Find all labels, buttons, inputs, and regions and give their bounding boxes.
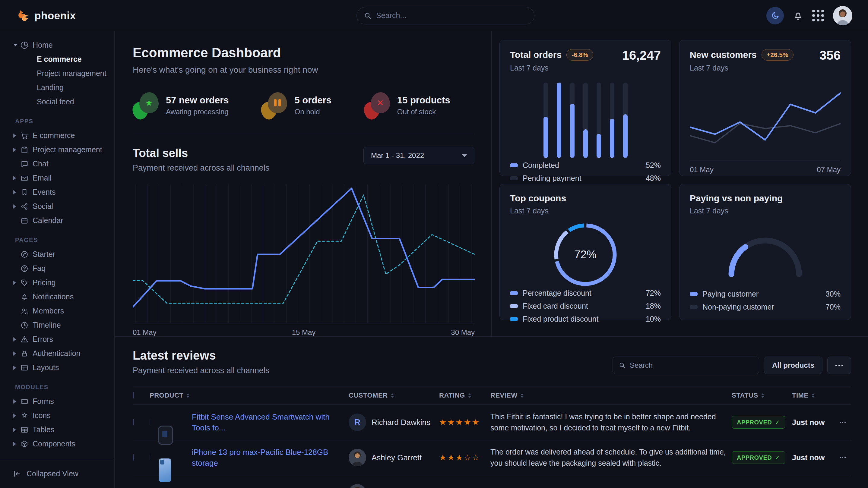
notifications-button[interactable] (793, 10, 803, 21)
sidebar-nav: HomeE commerceProject managementLandingS… (0, 38, 114, 459)
app-root: phoenix (0, 0, 868, 488)
sidebar-item-pricing[interactable]: Pricing (0, 275, 114, 290)
total-sells-title: Total sells (133, 147, 269, 160)
product-link[interactable]: iPhone 13 pro max-Pacific Blue-128GB sto… (192, 448, 328, 467)
sort-icon[interactable] (186, 393, 189, 398)
global-search[interactable] (356, 7, 534, 24)
sidebar-item-label: Pricing (33, 278, 56, 287)
dashboard-left-pane: Ecommerce Dashboard Here's what's going … (115, 31, 492, 336)
customer-avatar-photo (349, 449, 366, 466)
sidebar-item-events[interactable]: Events (0, 185, 114, 199)
status-badge: APPROVED ✓ (732, 416, 785, 429)
sidebar-item-tables[interactable]: Tables (0, 423, 114, 437)
sidebar-subitem-landing[interactable]: Landing (0, 80, 114, 95)
sidebar-subitem-project-management[interactable]: Project management (0, 66, 114, 80)
sidebar-item-calendar[interactable]: Calendar (0, 214, 114, 228)
product-image[interactable] (150, 455, 150, 460)
reviews-search[interactable] (613, 357, 759, 374)
sidebar-item-errors[interactable]: Errors (0, 332, 114, 346)
more-options-button[interactable] (827, 357, 851, 374)
clipboard-icon (21, 146, 28, 154)
sidebar-item-label: Icons (33, 411, 51, 420)
clock-icon (21, 321, 28, 329)
column-header-time[interactable]: TIME (792, 392, 834, 399)
stat-green: ★ 57 new orders Awating processing (133, 92, 228, 119)
share-icon (21, 202, 28, 210)
sidebar-subitem-social-feed[interactable]: Social feed (0, 95, 114, 109)
customer-name: Ashley Garrett (372, 453, 422, 462)
reviews-search-input[interactable] (630, 361, 753, 369)
question-icon (21, 265, 28, 272)
sidebar-item-notifications[interactable]: Notifications (0, 290, 114, 304)
product-link[interactable]: Fitbit Sense Advanced Smartwatch with To… (192, 412, 330, 432)
stat-sub: On hold (294, 108, 331, 116)
row-checkbox[interactable] (133, 419, 134, 425)
row-checkbox[interactable] (133, 454, 134, 461)
date-range-select[interactable]: Mar 1 - 31, 2022 (364, 147, 474, 164)
sidebar-item-layouts[interactable]: Layouts (0, 360, 114, 375)
legend-swatch (690, 305, 698, 309)
sidebar-item-label: Social (33, 202, 53, 211)
sidebar-item-authentication[interactable]: Authentication (0, 346, 114, 360)
card-value: 356 (819, 49, 841, 62)
sidebar-item-social[interactable]: Social (0, 199, 114, 214)
apps-grid-button[interactable] (812, 10, 824, 22)
all-products-button[interactable]: All products (764, 357, 823, 374)
row-menu-icon[interactable] (834, 457, 851, 458)
column-header-customer[interactable]: CUSTOMER (349, 392, 439, 399)
search-input[interactable] (376, 11, 527, 20)
sidebar-item-forms[interactable]: Forms (0, 394, 114, 409)
sort-icon[interactable] (391, 393, 394, 398)
sort-icon[interactable] (812, 393, 815, 398)
legend-value: 10% (646, 315, 661, 323)
legend-swatch (510, 163, 518, 167)
sort-icon[interactable] (521, 393, 524, 398)
collapse-view-button[interactable]: Collapsed View (0, 459, 114, 488)
review-table-row[interactable]: Fitbit Sense Advanced Smartwatch with To… (133, 405, 851, 440)
row-menu-icon[interactable] (834, 422, 851, 423)
sidebar-item-starter[interactable]: Starter (0, 247, 114, 261)
x-tick-label: 15 May (292, 328, 316, 337)
sort-icon[interactable] (468, 393, 471, 398)
sidebar-item-email[interactable]: Email (0, 171, 114, 185)
sidebar-item-home[interactable]: Home (0, 38, 114, 52)
sidebar-item-timeline[interactable]: Timeline (0, 318, 114, 332)
sidebar-subitem-e-commerce[interactable]: E commerce (0, 52, 114, 66)
brand-logo[interactable]: phoenix (16, 9, 76, 23)
sidebar-item-icons[interactable]: Icons (0, 409, 114, 423)
legend-value: 70% (826, 303, 841, 312)
review-table-row[interactable] (133, 475, 851, 488)
shapes-icon (21, 412, 28, 420)
sort-icon[interactable] (761, 393, 764, 398)
profile-avatar[interactable] (833, 6, 852, 25)
legend-row: Pending payment 48% (510, 174, 661, 183)
sidebar-item-members[interactable]: Members (0, 304, 114, 318)
stat-value: 57 new orders (166, 95, 228, 106)
product-image[interactable] (150, 419, 150, 425)
theme-toggle-button[interactable] (766, 7, 784, 24)
legend-value: 48% (646, 174, 661, 183)
sidebar-item-e-commerce[interactable]: E commerce (0, 128, 114, 142)
legend-label: Percentage discount (523, 289, 591, 297)
sidebar: HomeE commerceProject managementLandingS… (0, 31, 115, 488)
legend-label: Paying customer (703, 290, 758, 298)
select-all-checkbox[interactable] (133, 392, 134, 398)
column-header-review[interactable]: REVIEW (490, 392, 732, 399)
sidebar-item-components[interactable]: Components (0, 437, 114, 451)
customer-name: Richard Dawkins (372, 418, 430, 427)
review-table-row[interactable]: iPhone 13 pro max-Pacific Blue-128GB sto… (133, 440, 851, 475)
users-icon (21, 307, 28, 315)
form-icon (21, 398, 28, 405)
sidebar-item-label: Tables (33, 425, 54, 434)
legend-swatch (690, 292, 698, 296)
card-period: Last 7 days (690, 206, 783, 215)
sidebar-item-label: Project management (33, 145, 102, 154)
column-header-status[interactable]: STATUS (732, 392, 792, 399)
legend-label: Non-paying customer (703, 303, 774, 312)
sidebar-item-project-management[interactable]: Project management (0, 142, 114, 157)
sidebar-item-chat[interactable]: Chat (0, 157, 114, 171)
column-header-rating[interactable]: RATING (439, 392, 490, 399)
reviews-title: Latest reviews (133, 349, 269, 362)
column-header-product[interactable]: PRODUCT (150, 392, 349, 399)
sidebar-item-faq[interactable]: Faq (0, 261, 114, 275)
